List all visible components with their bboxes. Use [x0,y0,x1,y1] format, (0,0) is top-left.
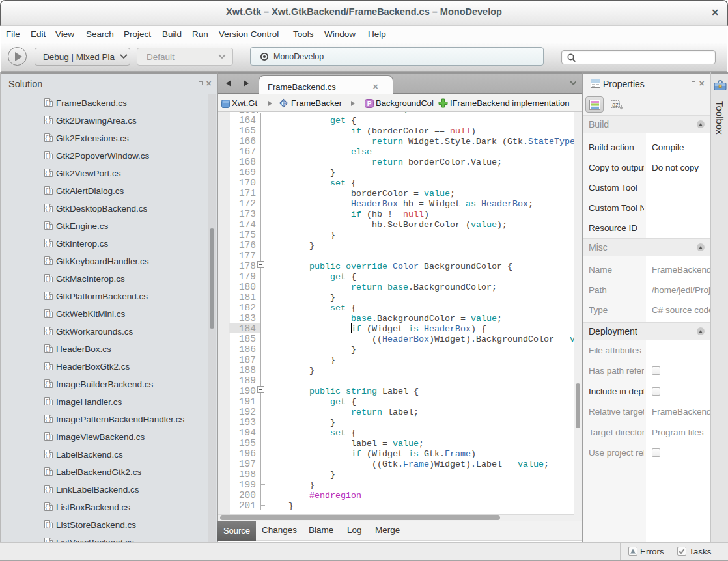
svg-text:{}: {} [45,417,52,423]
svg-text:az: az [612,102,619,108]
svg-text:{}: {} [45,504,52,511]
svg-text:{}: {} [45,294,52,300]
svg-text:{}: {} [45,487,52,493]
svg-text:{}: {} [45,329,52,335]
svg-text:C: C [281,100,286,107]
svg-text:{}: {} [45,469,52,476]
svg-text:{}: {} [45,171,52,177]
svg-text:{}: {} [45,434,52,441]
svg-text:{}: {} [45,399,52,405]
svg-text:{}: {} [45,153,52,159]
svg-text:{}: {} [45,381,52,388]
svg-text:{}: {} [45,522,52,528]
svg-text:{}: {} [45,100,52,107]
svg-text:P: P [367,100,372,107]
svg-text:{}: {} [45,452,52,458]
svg-text:{}: {} [45,135,52,142]
svg-text:{}: {} [45,311,52,318]
svg-text:{}: {} [45,276,52,282]
svg-text:{}: {} [45,241,52,247]
svg-text:{}: {} [45,258,52,265]
svg-text:{}: {} [45,346,52,353]
svg-text:{}: {} [45,118,52,124]
svg-text:{}: {} [45,223,52,230]
svg-text:{}: {} [45,206,52,212]
svg-text:{}: {} [45,188,52,195]
svg-text:{}: {} [45,364,52,370]
